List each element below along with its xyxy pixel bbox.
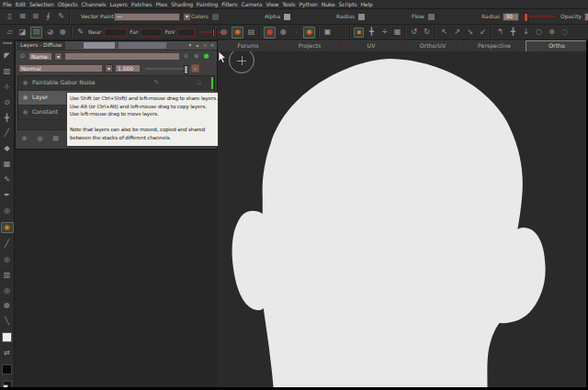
palette-shade-icon[interactable]: ▾ <box>187 42 193 49</box>
zoom-tool-icon[interactable]: ⊙ <box>2 98 13 107</box>
blur-tool-icon[interactable]: ◎ <box>2 286 13 295</box>
preset-dropdown-arrow-icon[interactable]: ▾ <box>183 13 191 21</box>
view-drop-icon[interactable]: ↓ <box>521 28 531 38</box>
rotate-ccw-icon[interactable]: ↺ <box>409 28 419 38</box>
radius-mask-swatch[interactable] <box>357 13 366 21</box>
menu-nuke[interactable]: Nuke <box>322 2 335 7</box>
menu-view[interactable]: View <box>266 2 278 7</box>
layer-visibility-icon[interactable]: ◉ <box>21 94 29 102</box>
layers-palette-title-tab[interactable]: Layers - Diffuse <box>17 41 65 50</box>
lighting-off-icon[interactable]: ◍ <box>219 28 229 38</box>
tab-forums[interactable]: Forums <box>218 40 279 51</box>
slice-tool-icon[interactable]: ╱ <box>2 129 13 139</box>
paint-buffer-grid-icon[interactable]: ▣ <box>322 28 333 38</box>
mirror-h-icon[interactable]: ╋ <box>367 28 377 38</box>
tab-perspective[interactable]: Perspective <box>464 40 526 51</box>
brush-tool-icon[interactable]: ╱ <box>2 240 13 249</box>
nudge-nw-icon[interactable]: ↖ <box>439 28 449 38</box>
menu-shading[interactable]: Shading <box>171 2 193 7</box>
menu-help[interactable]: Help <box>360 2 372 7</box>
menu-ptex[interactable]: Ptex <box>155 2 167 7</box>
layers-palette-titlebar[interactable]: Layers - Diffuse ▾ ▴ ▫ × <box>16 41 217 50</box>
lighting-basic-icon[interactable]: ◉ <box>232 27 243 39</box>
rail-drag-handle[interactable] <box>3 42 12 44</box>
gradient-tool-icon[interactable]: ▥ <box>2 271 13 280</box>
docked-palette-tab[interactable] <box>84 42 115 49</box>
clone-tool-icon[interactable]: ◎ <box>2 255 13 264</box>
flow-swatch[interactable] <box>427 13 435 21</box>
lasso-icon[interactable]: ∮ <box>43 12 53 22</box>
clear-search-icon[interactable]: ⊗ <box>182 52 190 61</box>
close-project-icon[interactable]: ⊠ <box>17 12 28 22</box>
shaded-sphere-icon[interactable]: ◕ <box>45 28 55 38</box>
mirror-v-icon[interactable]: ÷ <box>379 28 390 38</box>
paint-through-tool-icon[interactable]: ◉ <box>1 222 14 233</box>
paint-off-icon[interactable]: ● <box>278 28 288 38</box>
flat-sphere-icon[interactable]: ● <box>58 28 68 38</box>
tab-projects[interactable]: Projects <box>279 40 341 51</box>
fov-field[interactable] <box>177 28 195 37</box>
add-layer-icon[interactable]: ⊕ <box>19 134 29 144</box>
view-spin-icon[interactable]: ⊛ <box>547 28 557 38</box>
pivot-tool-icon[interactable]: ◎ <box>2 206 13 216</box>
menu-python[interactable]: Python <box>300 2 318 7</box>
filter-by-dropdown[interactable]: Name <box>28 52 52 61</box>
nudge-se-icon[interactable]: ↘ <box>465 28 475 38</box>
view-undo-icon[interactable]: ↰ <box>495 28 505 38</box>
colors-swatch[interactable] <box>211 13 220 21</box>
move-tool-icon[interactable]: ╋ <box>2 114 13 123</box>
lighting-full-icon[interactable]: ▤ <box>246 28 256 38</box>
quick-brush-icon[interactable]: ✎ <box>56 12 66 22</box>
radius-value-field[interactable]: 30 <box>503 13 519 21</box>
docked-palette-tab[interactable] <box>119 42 166 49</box>
menu-edit[interactable]: Edit <box>16 2 26 7</box>
tab-uv[interactable]: UV <box>341 40 402 51</box>
paint-buffer-active-icon[interactable]: ◉ <box>303 27 315 39</box>
foreground-color-swatch[interactable] <box>2 332 12 342</box>
alpha-swatch[interactable] <box>283 13 291 21</box>
layer-visibility-icon[interactable]: ◉ <box>21 79 29 87</box>
view-move-icon[interactable]: ╋ <box>508 28 518 38</box>
add-procedural-layer-icon[interactable]: ▤ <box>51 134 61 144</box>
menu-filters[interactable]: Filters <box>221 2 237 7</box>
paint-buffer-dot-icon[interactable]: ◦ <box>292 28 300 37</box>
screenshot-camera-icon[interactable]: ◪ <box>17 28 28 38</box>
filter-square-icon[interactable]: ▪ <box>192 52 200 61</box>
menu-file[interactable]: File <box>3 2 12 7</box>
camera-focus-icon[interactable]: ⊡ <box>30 27 42 39</box>
opacity-value-field[interactable]: 1.0 <box>584 13 588 21</box>
menu-camera[interactable]: Camera <box>241 2 262 7</box>
blend-amount-slider[interactable] <box>145 68 189 70</box>
view-orbit-icon[interactable]: ○ <box>534 28 544 38</box>
import-export-icon[interactable]: ⊞ <box>30 12 40 22</box>
add-adjustment-layer-icon[interactable]: ◍ <box>35 134 45 144</box>
marquee-select-tool-icon[interactable]: ▧ <box>2 67 13 76</box>
menu-painting[interactable]: Painting <box>197 2 218 7</box>
layer-search-input[interactable] <box>64 52 180 61</box>
layer-visibility-icon[interactable]: ◉ <box>21 108 29 117</box>
projector-icon[interactable]: ▱ <box>5 28 15 38</box>
new-project-icon[interactable]: ▯ <box>5 12 15 22</box>
blend-extra-button[interactable]: › <box>191 64 199 72</box>
mirror-grid-icon[interactable]: ▦ <box>392 28 402 38</box>
menu-tools[interactable]: Tools <box>282 2 295 7</box>
menu-objects[interactable]: Objects <box>58 2 78 7</box>
nudge-ne-icon[interactable]: ↗ <box>452 28 462 38</box>
swap-colors-icon[interactable]: ⇄ <box>2 349 13 358</box>
view-reset-icon[interactable]: ◌ <box>560 28 570 38</box>
select-tool-icon[interactable]: ◤ <box>2 51 13 61</box>
radius-slider[interactable] <box>522 16 555 17</box>
filter-dropdown-arrow-icon[interactable]: ▾ <box>54 52 62 61</box>
blend-dropdown-arrow-icon[interactable]: ▾ <box>105 64 113 72</box>
pan-tool-icon[interactable]: ⊹ <box>2 83 13 92</box>
menu-patches[interactable]: Patches <box>131 2 153 7</box>
line-tool-icon[interactable]: ╲ <box>2 317 13 326</box>
menu-channels[interactable]: Channels <box>82 2 107 7</box>
paint-mode-hand-icon[interactable]: ✎ <box>75 28 85 38</box>
tab-ortho[interactable]: Ortho <box>526 40 588 51</box>
palette-close-icon[interactable]: × <box>209 42 215 49</box>
palette-float-icon[interactable]: ▫ <box>202 42 208 49</box>
near-field[interactable] <box>104 28 127 37</box>
paint-on-icon[interactable]: ● <box>264 27 276 39</box>
blend-mode-dropdown[interactable]: Normal <box>18 64 103 72</box>
